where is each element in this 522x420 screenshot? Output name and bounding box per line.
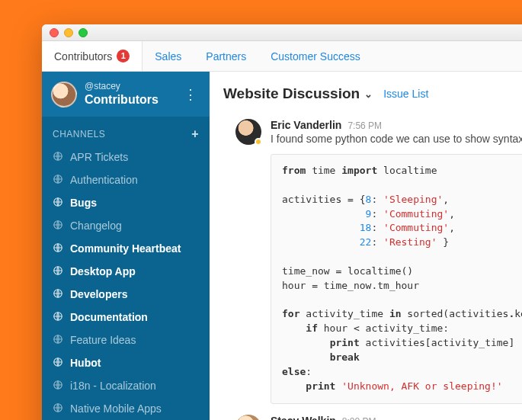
code-block: from time import localtime activities = … (271, 154, 522, 404)
tab-label: Partners (206, 50, 246, 63)
tab-label: Contributors (54, 50, 112, 63)
message-text: I found some python code we can use to s… (271, 133, 522, 145)
channel-label: i18n - Localization (70, 380, 156, 392)
channel-label: Documentation (70, 311, 148, 323)
channel-item[interactable]: APR Tickets (42, 146, 210, 168)
zoom-icon[interactable] (78, 28, 88, 37)
message-time: 8:00 PM (342, 416, 376, 421)
globe-icon (53, 357, 63, 370)
messages: Eric Vanderlin7:56 PMI found some python… (210, 110, 522, 420)
team-tabs: Contributors1SalesPartnersCustomer Succe… (42, 41, 522, 72)
channel-label: Bugs (70, 197, 97, 209)
tab-customer-success[interactable]: Customer Success (258, 41, 372, 71)
globe-icon (53, 288, 63, 301)
app-body: @stacey Contributors ⋮ CHANNELS + APR Ti… (42, 72, 522, 420)
globe-icon (53, 334, 63, 347)
tab-label: Sales (155, 50, 181, 63)
globe-icon (53, 151, 63, 164)
room-title-text: Website Discussion (223, 85, 360, 102)
globe-icon (53, 311, 63, 324)
channel-label: Desktop App (70, 265, 136, 277)
chevron-down-icon: ⌄ (364, 88, 373, 100)
channel-item[interactable]: Changelog (42, 214, 210, 237)
channel-item[interactable]: Hubot (42, 351, 210, 374)
user-handle: @stacey (85, 81, 173, 92)
message-author: Eric Vanderlin (271, 119, 341, 131)
globe-icon (53, 402, 63, 415)
avatar[interactable] (51, 82, 77, 107)
channel-item[interactable]: Authentication (42, 168, 210, 191)
kebab-icon[interactable]: ⋮ (181, 86, 200, 103)
channel-label: Native Mobile Apps (70, 402, 162, 415)
tab-sales[interactable]: Sales (143, 41, 194, 71)
channel-label: APR Tickets (70, 151, 128, 163)
message-time: 7:56 PM (347, 120, 382, 131)
tab-contributors[interactable]: Contributors1 (42, 41, 143, 71)
channel-label: Community Heartbeat (70, 242, 181, 255)
tab-label: Customer Success (271, 50, 360, 63)
globe-icon (53, 242, 63, 255)
tab-badge: 1 (117, 50, 130, 63)
channel-item[interactable]: Feature Ideas (42, 329, 210, 351)
sidebar: @stacey Contributors ⋮ CHANNELS + APR Ti… (42, 72, 210, 420)
avatar[interactable] (235, 119, 261, 145)
channel-item[interactable]: Native Mobile Apps (42, 397, 210, 420)
close-icon[interactable] (50, 28, 59, 37)
message-author: Stacy Walkin (271, 415, 336, 421)
window-titlebar (42, 24, 522, 41)
globe-icon (53, 265, 63, 278)
channels-section-header: CHANNELS + (42, 117, 210, 146)
tab-partners[interactable]: Partners (194, 41, 258, 71)
globe-icon (53, 197, 63, 210)
globe-icon (53, 220, 63, 232)
channel-item[interactable]: Bugs (42, 191, 210, 214)
channels-label: CHANNELS (53, 129, 105, 139)
channel-item[interactable]: Developers (42, 283, 210, 306)
room-title[interactable]: Website Discussion ⌄ (223, 85, 373, 102)
presence-icon (255, 138, 262, 146)
message: Eric Vanderlin7:56 PMI found some python… (210, 113, 522, 409)
channel-item[interactable]: i18n - Localization (42, 374, 210, 397)
channel-item[interactable]: Community Heartbeat (42, 237, 210, 260)
message: Stacy Walkin8:00 PM (210, 409, 522, 421)
add-channel-icon[interactable]: + (191, 127, 199, 141)
channel-label: Hubot (70, 357, 101, 369)
channel-item[interactable]: Desktop App (42, 260, 210, 283)
issue-list-link[interactable]: Issue List (383, 88, 428, 100)
channel-label: Changelog (70, 220, 122, 232)
avatar[interactable] (235, 415, 261, 421)
globe-icon (53, 380, 63, 393)
channel-label: Feature Ideas (70, 334, 136, 346)
channel-list: APR TicketsAuthenticationBugsChangelogCo… (42, 146, 210, 420)
app-window: Contributors1SalesPartnersCustomer Succe… (42, 24, 522, 420)
main-pane: Website Discussion ⌄ Issue List Eric Van… (210, 72, 522, 420)
room-header: Website Discussion ⌄ Issue List (210, 72, 522, 110)
minimize-icon[interactable] (64, 28, 73, 37)
channel-item[interactable]: Documentation (42, 306, 210, 329)
sidebar-header: @stacey Contributors ⋮ (42, 72, 210, 117)
message-body: Stacy Walkin8:00 PM (271, 415, 522, 421)
globe-icon (53, 174, 63, 187)
channel-label: Developers (70, 288, 127, 300)
team-name: Contributors (85, 92, 173, 107)
channel-label: Authentication (70, 174, 138, 186)
message-body: Eric Vanderlin7:56 PMI found some python… (271, 119, 522, 404)
user-block[interactable]: @stacey Contributors (85, 81, 173, 107)
